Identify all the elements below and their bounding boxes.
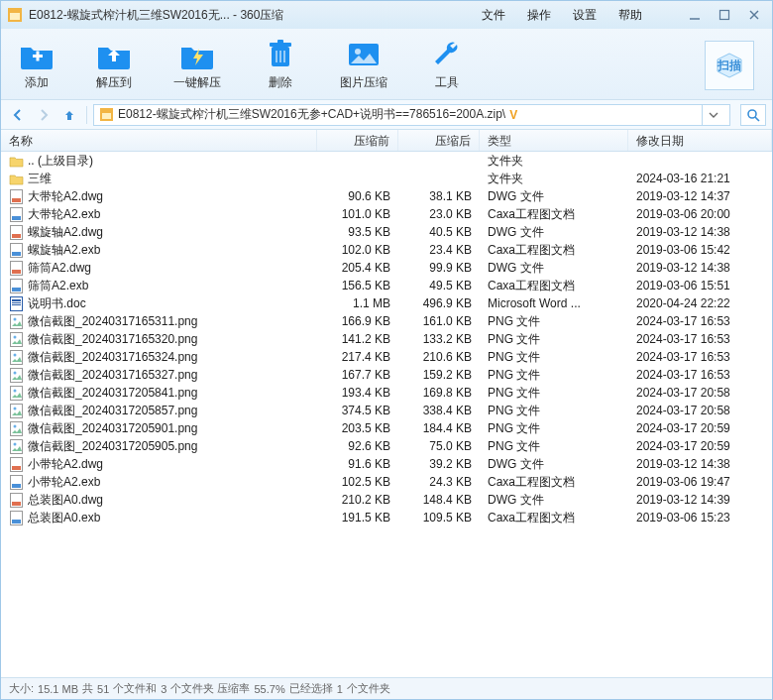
file-row[interactable]: 总装图A0.exb191.5 KB109.5 KBCaxa工程图文档2019-0… [1,509,772,526]
menu-file[interactable]: 文件 [482,7,505,24]
svg-point-46 [14,389,17,392]
svg-point-52 [14,442,17,445]
file-row[interactable]: 说明书.doc1.1 MB496.9 KBMicrosoft Word ...2… [1,294,772,312]
nav-up-button[interactable] [58,104,80,126]
file-row[interactable]: 总装图A0.dwg210.2 KB148.4 KBDWG 文件2019-03-1… [1,491,772,509]
file-size-after: 23.0 KB [398,207,480,221]
svg-rect-54 [12,466,21,470]
file-row[interactable]: 筛筒A2.exb156.5 KB49.5 KBCaxa工程图文档2019-03-… [1,277,772,294]
file-type: PNG 文件 [480,367,628,384]
file-type: 文件夹 [480,153,628,170]
nav-forward-button[interactable] [33,104,55,126]
file-icon [9,439,24,454]
file-icon [9,475,24,490]
file-name: 螺旋轴A2.exb [28,242,100,259]
close-button[interactable] [742,6,766,24]
file-size-after: 496.9 KB [398,296,480,310]
svg-point-50 [14,424,17,427]
menu-settings[interactable]: 设置 [573,7,597,24]
file-size-after: 39.2 KB [398,457,480,471]
file-type: DWG 文件 [480,188,628,205]
file-list[interactable]: .. (上级目录)文件夹三维文件夹2024-03-16 21:21大带轮A2.d… [1,152,772,677]
add-button[interactable]: 添加 [19,37,55,91]
file-size-after: 169.8 KB [398,386,480,400]
search-button[interactable] [740,104,766,126]
file-row[interactable]: 微信截图_20240317205841.png193.4 KB169.8 KBP… [1,384,772,402]
tools-button[interactable]: 工具 [429,37,465,91]
file-name: 小带轮A2.exb [28,474,100,491]
scan-button[interactable]: 扫描 [705,41,754,90]
window-title: E0812-螺旋式榨汁机三维SW2016无... - 360压缩 [29,7,283,24]
file-type: PNG 文件 [480,313,628,330]
title-bar: E0812-螺旋式榨汁机三维SW2016无... - 360压缩 文件 操作 设… [1,1,772,29]
col-size-before[interactable]: 压缩前 [317,130,398,151]
status-selected: 1 [337,683,343,695]
file-row[interactable]: 大带轮A2.dwg90.6 KB38.1 KBDWG 文件2019-03-12 … [1,187,772,205]
file-row[interactable]: 微信截图_20240317165327.png167.7 KB159.2 KBP… [1,366,772,384]
menu-operate[interactable]: 操作 [527,7,551,24]
delete-button[interactable]: 删除 [263,37,298,91]
file-size-after: 210.6 KB [398,350,480,364]
file-type: Microsoft Word ... [480,296,628,310]
minimize-button[interactable] [683,6,707,24]
file-row[interactable]: .. (上级目录)文件夹 [1,152,772,170]
wrench-icon [429,37,465,72]
file-row[interactable]: 微信截图_20240317205857.png374.5 KB338.4 KBP… [1,402,772,419]
file-name: 微信截图_20240317165324.png [28,349,197,366]
col-name[interactable]: 名称 [1,130,317,151]
file-size-after: 148.4 KB [398,493,480,507]
file-icon [9,243,24,258]
file-row[interactable]: 小带轮A2.exb102.5 KB24.3 KBCaxa工程图文档2019-03… [1,473,772,491]
path-field[interactable]: E0812-螺旋式榨汁机三维SW2016无参+CAD+说明书==786516=2… [93,104,730,126]
file-size-before: 205.4 KB [317,261,398,275]
trash-icon [263,37,298,72]
file-name: 微信截图_20240317205901.png [28,420,197,437]
file-date: 2024-03-17 20:59 [628,421,772,435]
file-date: 2024-03-17 16:53 [628,350,772,364]
file-date: 2019-03-12 14:39 [628,493,772,507]
file-icon [9,457,24,472]
file-date: 2019-03-06 15:23 [628,511,772,525]
file-row[interactable]: 螺旋轴A2.exb102.0 KB23.4 KBCaxa工程图文档2019-03… [1,241,772,259]
col-date[interactable]: 修改日期 [628,130,772,151]
menu-help[interactable]: 帮助 [618,7,642,24]
file-type: PNG 文件 [480,420,628,437]
file-row[interactable]: 微信截图_20240317165311.png166.9 KB161.0 KBP… [1,312,772,330]
extract-to-button[interactable]: 解压到 [96,37,132,91]
file-row[interactable]: 微信截图_20240317165324.png217.4 KB210.6 KBP… [1,348,772,366]
file-size-after: 161.0 KB [398,314,480,328]
file-row[interactable]: 大带轮A2.exb101.0 KB23.0 KBCaxa工程图文档2019-03… [1,205,772,223]
file-size-after: 338.4 KB [398,404,480,417]
status-size: 15.1 MB [38,683,78,695]
svg-rect-30 [12,270,21,274]
svg-rect-3 [720,11,729,20]
file-row[interactable]: 微信截图_20240317165320.png141.2 KB133.2 KBP… [1,330,772,348]
file-type: Caxa工程图文档 [480,206,628,223]
status-dircount: 3 [161,683,166,695]
file-row[interactable]: 三维文件夹2024-03-16 21:21 [1,170,772,187]
file-row[interactable]: 微信截图_20240317205905.png92.6 KB75.0 KBPNG… [1,437,772,455]
file-name: 大带轮A2.exb [28,206,100,223]
file-size-before: 92.6 KB [317,439,398,453]
file-date: 2020-04-24 22:22 [628,296,772,310]
file-size-after: 49.5 KB [398,279,480,292]
status-filecount: 51 [97,683,109,695]
svg-rect-22 [12,198,21,202]
path-text: E0812-螺旋式榨汁机三维SW2016无参+CAD+说明书==786516=2… [118,106,505,123]
file-size-after: 184.4 KB [398,421,480,435]
svg-line-20 [755,117,759,121]
nav-back-button[interactable] [7,104,29,126]
path-dropdown-button[interactable] [702,104,723,126]
file-row[interactable]: 微信截图_20240317205901.png203.5 KB184.4 KBP… [1,419,772,437]
col-size-after[interactable]: 压缩后 [398,130,480,151]
file-row[interactable]: 小带轮A2.dwg91.6 KB39.2 KBDWG 文件2019-03-12 … [1,455,772,473]
file-row[interactable]: 螺旋轴A2.dwg93.5 KB40.5 KBDWG 文件2019-03-12 … [1,223,772,241]
file-size-before: 167.7 KB [317,368,398,382]
maximize-button[interactable] [713,6,736,24]
image-compress-button[interactable]: 图片压缩 [340,37,387,91]
file-type: DWG 文件 [480,260,628,277]
one-click-extract-button[interactable]: 一键解压 [173,37,221,91]
file-type: PNG 文件 [480,349,628,366]
file-row[interactable]: 筛筒A2.dwg205.4 KB99.9 KBDWG 文件2019-03-12 … [1,259,772,277]
col-type[interactable]: 类型 [480,130,628,151]
